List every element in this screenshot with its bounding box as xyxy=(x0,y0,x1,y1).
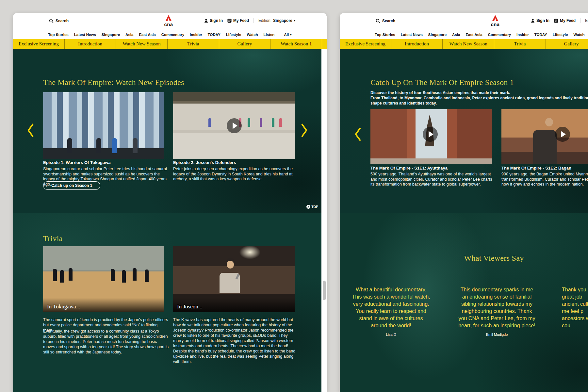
browser-window-left: Search cna Sign In My Feed Edition: Sing… xyxy=(13,13,327,392)
subnav-item-exclusive-screening[interactable]: Exclusive Screening xyxy=(340,39,391,49)
s1e2-description: 900 years ago, the Bagan Empire united M… xyxy=(501,172,588,187)
edition-selector[interactable]: Edition: Singapore ▾ xyxy=(585,18,588,23)
episode-2-video-thumbnail[interactable] xyxy=(173,92,295,159)
catchup-intro-line-1: Discover the history of four Southeast A… xyxy=(370,90,510,95)
campaign-subnav: Exclusive Screening Introduction Watch N… xyxy=(340,39,588,49)
nav-item-top-stories[interactable]: Top Stories xyxy=(48,33,68,37)
page-content: Catch Up On The Mark Of Empire Season 1 … xyxy=(340,49,588,392)
figure-silhouette xyxy=(53,269,57,281)
trivia-tokugawa-paragraph-2: Eventually, the crew got access to a com… xyxy=(43,329,169,355)
cna-logo-text: cna xyxy=(484,22,506,27)
nav-item-insider[interactable]: Insider xyxy=(516,33,529,37)
s1e2-video-thumbnail[interactable] xyxy=(501,109,588,164)
nav-item-listen[interactable]: Listen xyxy=(264,33,275,37)
back-to-top-label: TOP xyxy=(312,205,318,209)
nav-item-top-stories[interactable]: Top Stories xyxy=(375,33,395,37)
cna-logo-text: cna xyxy=(158,22,179,27)
figure-silhouette xyxy=(133,138,138,153)
cna-logo-icon xyxy=(491,15,499,21)
catchup-intro-line-3: shape cultures and identities today. xyxy=(370,101,437,106)
back-to-top-button[interactable]: TOP xyxy=(306,205,318,209)
nav-item-all[interactable]: All▾ xyxy=(284,33,291,37)
figure-silhouette xyxy=(67,138,72,153)
episode-1-title: Episode 1: Warriors Of Tokugawa xyxy=(43,160,111,165)
episode-1-video-thumbnail[interactable] xyxy=(43,92,164,159)
nav-item-singapore[interactable]: Singapore xyxy=(102,33,120,37)
my-feed-label: My Feed xyxy=(560,18,576,23)
nav-item-lifestyle[interactable]: Lifestyle xyxy=(226,33,241,37)
campaign-subnav: Exclusive Screening Introduction Watch N… xyxy=(13,39,327,49)
sign-in-label: Sign In xyxy=(210,18,223,23)
testimonial-1-quote: What a beautiful documentary. This was s… xyxy=(352,287,430,328)
my-feed-button[interactable]: My Feed xyxy=(227,18,249,23)
site-header: Search cna Sign In My Feed Edition: Sing… xyxy=(340,13,588,30)
figure-silhouette xyxy=(279,118,282,127)
subnav-item-gallery[interactable]: Gallery xyxy=(219,39,271,49)
s1e1-video-thumbnail[interactable] xyxy=(370,109,492,164)
subnav-item-watch-season-1[interactable]: Watch Season 1 xyxy=(270,39,322,49)
search-icon xyxy=(49,19,54,23)
search-button[interactable]: Search xyxy=(376,19,395,23)
cna-logo-icon xyxy=(165,15,172,21)
catchup-section-title: Catch Up On The Mark Of Empire Season 1 xyxy=(370,78,514,87)
nav-item-insider[interactable]: Insider xyxy=(190,33,202,37)
play-button[interactable] xyxy=(227,118,242,133)
nav-item-today[interactable]: TODAY xyxy=(208,33,220,37)
play-button[interactable] xyxy=(555,127,570,142)
nav-item-asia[interactable]: Asia xyxy=(125,33,133,37)
testimonial-1: What a beautiful documentary. This was s… xyxy=(351,279,431,344)
nav-item-latest-news[interactable]: Latest News xyxy=(74,33,96,37)
scrollbar-thumb[interactable] xyxy=(323,281,326,300)
carousel-next-button[interactable] xyxy=(301,123,308,139)
edition-label: Edition: xyxy=(585,18,588,23)
search-button[interactable]: Search xyxy=(49,19,69,23)
nav-item-east-asia[interactable]: East Asia xyxy=(139,33,155,37)
nav-item-commentary[interactable]: Commentary xyxy=(161,33,184,37)
subnav-item-exclusive-screening[interactable]: Exclusive Screening xyxy=(13,39,65,49)
my-feed-label: My Feed xyxy=(233,18,249,23)
account-area: Sign In My Feed Edition: Singapore ▾ xyxy=(204,18,295,23)
arrow-up-icon xyxy=(306,205,310,209)
account-area: Sign In My Feed Edition: Singapore ▾ xyxy=(531,18,588,23)
viewers-section-title: What Viewers Say xyxy=(340,254,588,263)
carousel-prev-button[interactable] xyxy=(354,127,361,143)
catch-up-season-1-button[interactable]: Catch up on Season 1 xyxy=(43,181,100,190)
nav-item-watch[interactable]: Watch xyxy=(247,33,258,37)
carousel-prev-button[interactable] xyxy=(27,123,34,139)
chevron-right-icon xyxy=(301,123,308,138)
cna-logo[interactable]: cna xyxy=(158,15,179,27)
nav-item-east-asia[interactable]: East Asia xyxy=(466,33,482,37)
trivia-tokugawa-image[interactable]: In Tokugawa... xyxy=(43,246,164,312)
nav-item-lifestyle[interactable]: Lifestyle xyxy=(553,33,568,37)
feed-icon xyxy=(227,19,232,23)
nav-item-singapore[interactable]: Singapore xyxy=(428,33,447,37)
nav-item-latest-news[interactable]: Latest News xyxy=(401,33,423,37)
figure-silhouette xyxy=(208,118,211,127)
edition-value: Singapore xyxy=(273,18,292,23)
figure-silhouette xyxy=(533,130,557,164)
figure-silhouette xyxy=(111,269,115,281)
sign-in-button[interactable]: Sign In xyxy=(531,18,549,23)
trivia-joseon-image[interactable]: In Joseon... xyxy=(173,246,295,312)
episode-2-description: Peter joins a deep-sea archaeology exped… xyxy=(173,167,295,182)
cna-logo[interactable]: cna xyxy=(484,15,506,27)
edition-selector[interactable]: Edition: Singapore ▾ xyxy=(258,18,295,23)
nav-item-today[interactable]: TODAY xyxy=(534,33,547,37)
nav-item-commentary[interactable]: Commentary xyxy=(488,33,511,37)
play-button[interactable] xyxy=(423,127,438,142)
figure-silhouette xyxy=(145,270,149,282)
subnav-item-trivia[interactable]: Trivia xyxy=(494,39,546,49)
sign-in-button[interactable]: Sign In xyxy=(204,18,223,23)
subnav-item-introduction[interactable]: Introduction xyxy=(65,39,116,49)
subnav-item-trivia[interactable]: Trivia xyxy=(168,39,219,49)
nav-item-watch[interactable]: Watch xyxy=(573,33,584,37)
trivia-tokugawa-caption: In Tokugawa... xyxy=(43,298,164,312)
nav-item-asia[interactable]: Asia xyxy=(452,33,460,37)
subnav-item-introduction[interactable]: Introduction xyxy=(391,39,443,49)
my-feed-button[interactable]: My Feed xyxy=(554,18,576,23)
subnav-item-watch-new-season[interactable]: Watch New Season xyxy=(443,39,494,49)
sign-in-label: Sign In xyxy=(536,18,549,23)
chevron-left-icon xyxy=(354,127,361,141)
subnav-item-watch-new-season[interactable]: Watch New Season xyxy=(116,39,168,49)
subnav-item-gallery[interactable]: Gallery xyxy=(546,39,588,49)
